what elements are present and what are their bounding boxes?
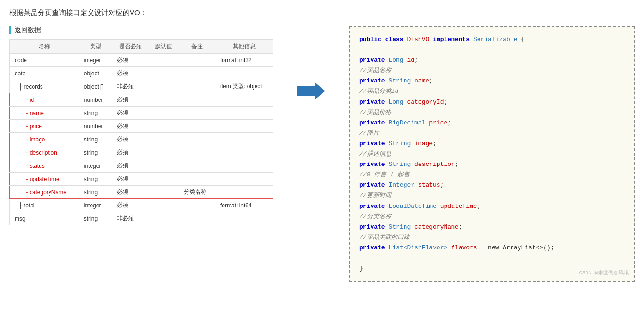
- col-name: 名称: [10, 40, 79, 54]
- cell-other: [215, 120, 273, 133]
- cell-other: [215, 173, 273, 186]
- code-line: private Long categoryId;: [359, 97, 624, 107]
- cell-note: [179, 199, 215, 212]
- col-type: 类型: [79, 40, 112, 54]
- cell-type: string: [79, 173, 112, 186]
- code-line: //更新时间: [359, 190, 624, 201]
- code-line: [359, 45, 624, 55]
- cell-default: [149, 186, 179, 199]
- cell-required: 必须: [112, 186, 149, 199]
- cell-type: string: [79, 133, 112, 146]
- cell-other: [215, 186, 273, 199]
- cell-other: format: int64: [215, 199, 273, 212]
- table-row: ├ categoryNamestring必须分类名称: [10, 186, 273, 199]
- cell-type: object []: [79, 80, 112, 93]
- code-content: public class DishVO implements Serializa…: [359, 34, 624, 274]
- data-table: 名称 类型 是否必须 默认值 备注 其他信息 codeinteger必须form…: [9, 39, 273, 225]
- cell-required: 必须: [112, 133, 149, 146]
- cell-name: ├ id: [10, 93, 79, 107]
- cell-note: [179, 173, 215, 186]
- arrow-icon: [297, 82, 325, 99]
- cell-note: [179, 120, 215, 133]
- table-row: ├ recordsobject []非必须item 类型: object: [10, 80, 273, 93]
- table-row: ├ descriptionstring必须: [10, 146, 273, 159]
- code-box: public class DishVO implements Serializa…: [349, 26, 635, 282]
- table-row: ├ namestring必须: [10, 107, 273, 120]
- cell-name: msg: [10, 212, 79, 225]
- cell-name: code: [10, 54, 79, 67]
- cell-required: 非必须: [112, 80, 149, 93]
- cell-default: [149, 107, 179, 120]
- col-required: 是否必须: [112, 40, 149, 54]
- arrow-container: [288, 26, 335, 99]
- section-label: 返回数据: [9, 26, 273, 34]
- cell-name: ├ categoryName: [10, 186, 79, 199]
- cell-default: [149, 212, 179, 225]
- cell-name: ├ price: [10, 120, 79, 133]
- cell-type: integer: [79, 159, 112, 173]
- cell-note: 分类名称: [179, 186, 215, 199]
- table-row: ├ idnumber必须: [10, 93, 273, 107]
- cell-type: number: [79, 93, 112, 107]
- cell-other: [215, 133, 273, 146]
- cell-note: [179, 107, 215, 120]
- cell-name: ├ description: [10, 146, 79, 159]
- cell-type: string: [79, 107, 112, 120]
- code-line: private String description;: [359, 159, 624, 170]
- table-row: dataobject必须: [10, 67, 273, 80]
- right-panel: public class DishVO implements Serializa…: [349, 26, 635, 282]
- col-note: 备注: [179, 40, 215, 54]
- svg-marker-0: [297, 82, 325, 99]
- code-line: private LocalDateTime updateTime;: [359, 201, 624, 212]
- code-line: //分类名称: [359, 212, 624, 222]
- code-line: private String name;: [359, 76, 624, 86]
- cell-note: [179, 133, 215, 146]
- code-line: //图片: [359, 128, 624, 139]
- col-other: 其他信息: [215, 40, 273, 54]
- cell-required: 必须: [112, 173, 149, 186]
- cell-type: integer: [79, 54, 112, 67]
- watermark: CSDN @来世做春风哦: [579, 269, 629, 278]
- cell-required: 必须: [112, 120, 149, 133]
- table-row: codeinteger必须format: int32: [10, 54, 273, 67]
- code-line: //0 停售 1 起售: [359, 170, 624, 180]
- cell-default: [149, 133, 179, 146]
- cell-note: [179, 93, 215, 107]
- cell-default: [149, 80, 179, 93]
- cell-other: [215, 159, 273, 173]
- cell-name: ├ total: [10, 199, 79, 212]
- cell-note: [179, 67, 215, 80]
- cell-note: [179, 80, 215, 93]
- cell-required: 必须: [112, 199, 149, 212]
- code-line: //菜品价格: [359, 107, 624, 118]
- cell-required: 必须: [112, 67, 149, 80]
- cell-name: ├ status: [10, 159, 79, 173]
- cell-other: [215, 67, 273, 80]
- cell-default: [149, 159, 179, 173]
- cell-required: 必须: [112, 93, 149, 107]
- cell-default: [149, 54, 179, 67]
- cell-type: string: [79, 212, 112, 225]
- cell-name: ├ updateTime: [10, 173, 79, 186]
- cell-other: format: int32: [215, 54, 273, 67]
- cell-default: [149, 67, 179, 80]
- code-line: private String categoryName;: [359, 222, 624, 232]
- code-line: private Long id;: [359, 55, 624, 66]
- cell-name: ├ records: [10, 80, 79, 93]
- code-line: //描述信息: [359, 149, 624, 159]
- code-line: private BigDecimal price;: [359, 118, 624, 128]
- cell-other: [215, 146, 273, 159]
- cell-note: [179, 159, 215, 173]
- cell-other: [215, 93, 273, 107]
- cell-other: item 类型: object: [215, 80, 273, 93]
- page-title: 根据菜品分页查询接口定义设计对应的VO：: [9, 8, 635, 17]
- table-row: ├ totalinteger必须format: int64: [10, 199, 273, 212]
- cell-type: string: [79, 146, 112, 159]
- cell-other: [215, 107, 273, 120]
- cell-default: [149, 120, 179, 133]
- cell-required: 非必须: [112, 212, 149, 225]
- cell-name: ├ image: [10, 133, 79, 146]
- table-row: msgstring非必须: [10, 212, 273, 225]
- cell-default: [149, 173, 179, 186]
- code-line: private List<DishFlavor> flavors = new A…: [359, 243, 624, 253]
